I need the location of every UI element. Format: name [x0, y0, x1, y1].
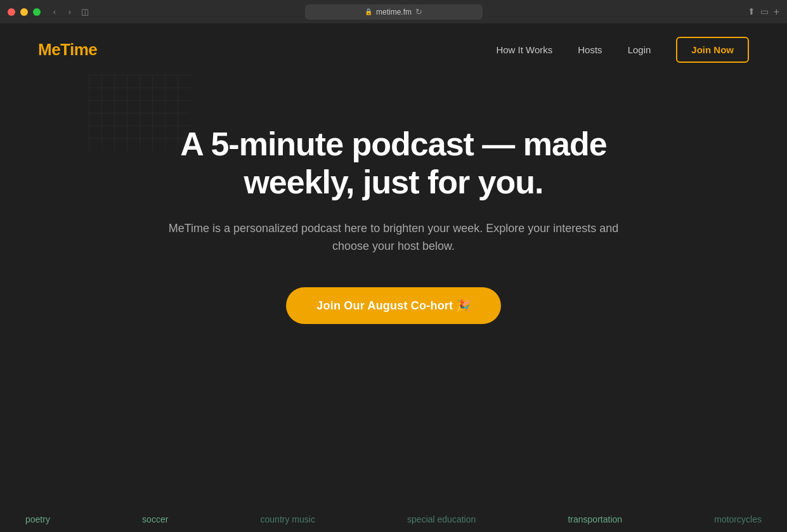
nav-how-it-works[interactable]: How It Works [496, 44, 552, 55]
lock-icon: 🔒 [365, 8, 372, 15]
nav-arrows: ‹ › [48, 6, 76, 18]
share-icon[interactable]: ⬆ [748, 6, 755, 18]
tags-strip: poetry soccer country music special educ… [0, 507, 787, 532]
sidebar-toggle[interactable]: ◫ [79, 6, 91, 18]
tag-motorcycles: motorcycles [714, 514, 762, 524]
nav-links: How It Works Hosts Login Join Now [496, 37, 749, 63]
maximize-button[interactable] [33, 8, 41, 16]
reload-icon[interactable]: ↻ [415, 7, 422, 16]
traffic-lights [8, 8, 41, 16]
url-text: metime.fm [376, 8, 412, 16]
tab-overview-icon[interactable]: ▭ [760, 6, 769, 18]
window-chrome: ‹ › ◫ 🔒 metime.fm ↻ ⬆ ▭ + [0, 0, 787, 24]
nav-login[interactable]: Login [628, 44, 651, 55]
join-now-button[interactable]: Join Now [676, 37, 749, 63]
nav-hosts[interactable]: Hosts [578, 44, 602, 55]
logo[interactable]: MeTime [38, 40, 97, 60]
close-button[interactable] [8, 8, 15, 16]
website-content: MeTime How It Works Hosts Login Join Now… [0, 24, 787, 532]
window-right-icons: ⬆ ▭ + [748, 6, 779, 18]
hero-subtitle: MeTime is a personalized podcast here to… [153, 219, 635, 256]
tag-poetry: poetry [25, 514, 50, 524]
tag-special-education: special education [407, 514, 476, 524]
hero-section: A 5-minute podcast — made weekly, just f… [0, 75, 787, 362]
cta-button[interactable]: Join Our August Co-hort 🎉 [286, 287, 500, 324]
tag-country-music: country music [261, 514, 315, 524]
navbar: MeTime How It Works Hosts Login Join Now [0, 24, 787, 75]
address-bar[interactable]: 🔒 metime.fm ↻ [305, 4, 483, 20]
new-tab-icon[interactable]: + [774, 6, 779, 18]
back-arrow[interactable]: ‹ [48, 6, 61, 18]
hero-title: A 5-minute podcast — made weekly, just f… [140, 126, 647, 202]
tag-soccer: soccer [142, 514, 168, 524]
tag-transportation: transportation [568, 514, 622, 524]
forward-arrow[interactable]: › [63, 6, 76, 18]
minimize-button[interactable] [20, 8, 28, 16]
